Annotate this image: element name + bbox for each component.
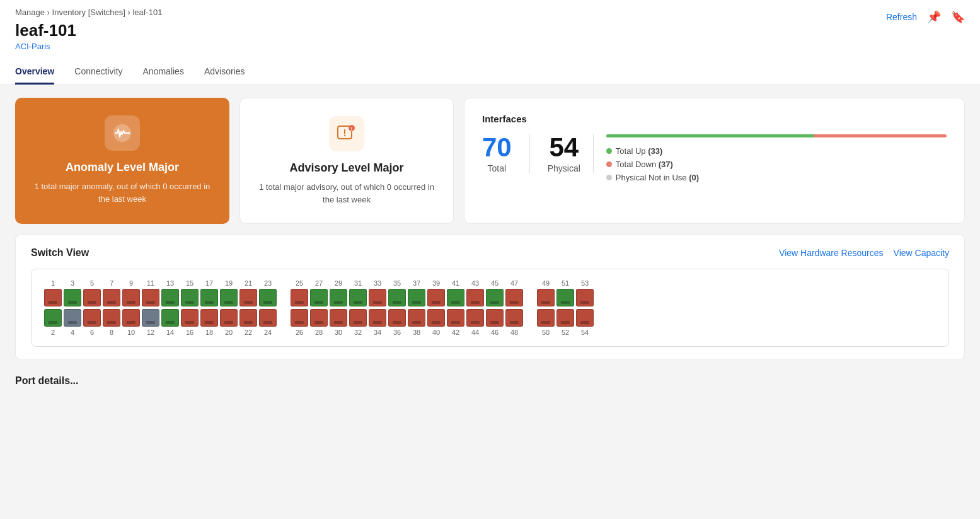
port-12[interactable] (142, 309, 159, 327)
breadcrumb-current: leaf-101 (132, 8, 162, 17)
port-43[interactable] (466, 289, 484, 306)
port-39[interactable] (427, 289, 445, 306)
port-14[interactable] (161, 309, 179, 327)
svg-point-3 (344, 135, 345, 136)
interfaces-card: Interfaces 70 Total 54 Physical (464, 98, 965, 224)
view-hardware-resources-link[interactable]: View Hardware Resources (779, 248, 883, 258)
physical-stat: 54 Physical (548, 134, 594, 173)
bookmark-icon[interactable]: 🔖 (951, 10, 965, 24)
port-20[interactable] (220, 309, 238, 327)
physical-number: 54 (548, 134, 580, 161)
dot-gray (606, 175, 612, 180)
advisory-desc: 1 total major advisory, out of which 0 o… (255, 181, 438, 206)
port-4[interactable] (64, 309, 81, 327)
port-6[interactable] (83, 309, 101, 327)
partial-section-title: Port details... (15, 370, 965, 392)
breadcrumb-manage[interactable]: Manage (15, 8, 45, 17)
port-51[interactable] (556, 289, 574, 306)
port-50[interactable] (537, 309, 555, 327)
svg-text:!: ! (351, 127, 352, 131)
port-32[interactable] (349, 309, 367, 327)
port-9[interactable] (122, 289, 140, 306)
switch-view-container: 1357911131517192123246810121416182022242… (31, 269, 949, 347)
port-8[interactable] (103, 309, 120, 327)
port-27[interactable] (310, 289, 328, 306)
port-49[interactable] (537, 289, 555, 306)
port-36[interactable] (388, 309, 406, 327)
tab-advisories[interactable]: Advisories (204, 61, 245, 85)
port-37[interactable] (408, 289, 425, 306)
breadcrumb-inventory[interactable]: Inventory [Switches] (52, 8, 125, 17)
port-26[interactable] (291, 309, 308, 327)
port-15[interactable] (181, 289, 199, 306)
top-actions: Refresh 📌 🔖 (886, 8, 965, 24)
port-13[interactable] (161, 289, 179, 306)
top-bar: Manage › Inventory [Switches] › leaf-101… (0, 0, 980, 85)
tab-overview[interactable]: Overview (15, 61, 54, 85)
port-33[interactable] (369, 289, 386, 306)
switch-view-title: Switch View (31, 247, 89, 259)
port-54[interactable] (576, 309, 594, 327)
port-35[interactable] (388, 289, 406, 306)
legend-not-in-use: Physical Not in Use (0) (606, 173, 947, 182)
interfaces-legend: Total Up (33) Total Down (37) Physical N… (606, 134, 947, 186)
port-48[interactable] (505, 309, 523, 327)
port-42[interactable] (447, 309, 464, 327)
port-40[interactable] (427, 309, 445, 327)
view-capacity-link[interactable]: View Capacity (894, 248, 949, 258)
port-29[interactable] (330, 289, 347, 306)
subtitle[interactable]: ACI-Paris (15, 42, 162, 51)
port-1[interactable] (44, 289, 62, 306)
port-21[interactable] (239, 289, 257, 306)
pin-icon[interactable]: 📌 (927, 10, 941, 24)
port-53[interactable] (576, 289, 594, 306)
switch-view-links: View Hardware Resources View Capacity (779, 248, 949, 258)
progress-up (606, 134, 814, 137)
port-10[interactable] (122, 309, 140, 327)
port-52[interactable] (556, 309, 574, 327)
port-45[interactable] (486, 289, 504, 306)
port-34[interactable] (369, 309, 386, 327)
port-17[interactable] (200, 289, 218, 306)
breadcrumb: Manage › Inventory [Switches] › leaf-101 (15, 8, 162, 17)
port-24[interactable] (259, 309, 277, 327)
tabs: Overview Connectivity Anomalies Advisori… (15, 61, 965, 85)
port-18[interactable] (200, 309, 218, 327)
physical-label: Physical (548, 163, 580, 173)
port-3[interactable] (64, 289, 81, 306)
port-11[interactable] (142, 289, 159, 306)
port-44[interactable] (466, 309, 484, 327)
port-31[interactable] (349, 289, 367, 306)
legend-total-down: Total Down (37) (606, 160, 947, 169)
page-title: leaf-101 (15, 21, 162, 40)
waveform-icon (112, 123, 132, 143)
port-46[interactable] (486, 309, 504, 327)
ports-grid: 1357911131517192123246810121416182022242… (44, 279, 936, 336)
port-47[interactable] (505, 289, 523, 306)
tab-connectivity[interactable]: Connectivity (74, 61, 122, 85)
breadcrumb-sep1: › (47, 8, 52, 17)
dot-green (606, 148, 612, 154)
port-22[interactable] (239, 309, 257, 327)
legend-down-label: Total Down (37) (616, 160, 673, 169)
tab-anomalies[interactable]: Anomalies (143, 61, 184, 85)
port-5[interactable] (83, 289, 101, 306)
total-number: 70 (482, 134, 512, 161)
port-19[interactable] (220, 289, 238, 306)
refresh-button[interactable]: Refresh (886, 12, 917, 22)
port-23[interactable] (259, 289, 277, 306)
port-7[interactable] (103, 289, 120, 306)
port-28[interactable] (310, 309, 328, 327)
port-30[interactable] (330, 309, 347, 327)
port-25[interactable] (291, 289, 308, 306)
anomaly-desc: 1 total major anomaly, out of which 0 oc… (30, 180, 214, 205)
port-38[interactable] (408, 309, 425, 327)
port-16[interactable] (181, 309, 199, 327)
legend-up-label: Total Up (33) (616, 146, 662, 156)
port-41[interactable] (447, 289, 464, 306)
total-stat: 70 Total (482, 134, 530, 173)
advisory-icon: ! (335, 122, 358, 145)
port-2[interactable] (44, 309, 62, 327)
advisory-card: ! Advisory Level Major 1 total major adv… (239, 98, 454, 224)
legend-total-up: Total Up (33) (606, 146, 947, 156)
